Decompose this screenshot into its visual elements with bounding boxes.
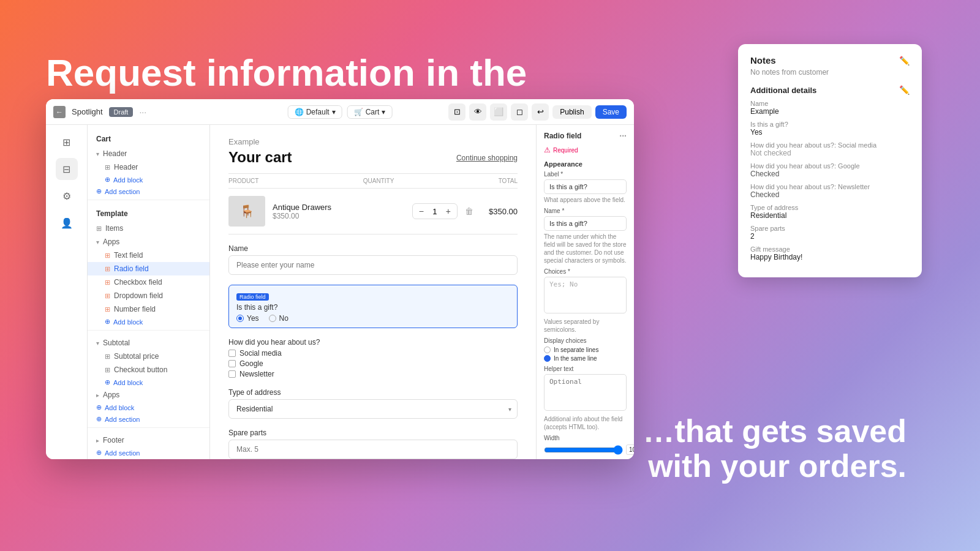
panel-name-hint: The name under which the field will be s… xyxy=(544,233,627,264)
panel-choices-input[interactable] xyxy=(544,277,627,313)
nav-subtotal[interactable]: ▾ Subtotal xyxy=(88,336,209,350)
checkbox-social-box xyxy=(228,350,236,357)
checkbox-group: Social media Google Newsletter xyxy=(228,349,518,378)
spare-input[interactable] xyxy=(228,440,518,459)
nav-add-section2[interactable]: ⊕ Add section xyxy=(88,413,209,425)
additional-edit-icon[interactable]: ✏️ xyxy=(899,85,910,95)
settings-icon[interactable]: ⚙ xyxy=(56,185,78,207)
nav-add-section3[interactable]: ⊕ Add section xyxy=(88,447,209,459)
nav-header-item[interactable]: ⊞ Header xyxy=(88,160,209,174)
product-name: Antique Drawers xyxy=(273,203,405,212)
name-input[interactable] xyxy=(228,255,518,275)
checkbox-google[interactable]: Google xyxy=(228,359,518,368)
continue-shopping-link[interactable]: Continue shopping xyxy=(456,154,518,162)
more-dots[interactable]: ··· xyxy=(139,107,146,117)
nav-subtotal-price[interactable]: ⊞ Subtotal price xyxy=(88,350,209,363)
nav-add-section1[interactable]: ⊕ Add section xyxy=(88,186,209,197)
helper-label: Helper text xyxy=(544,365,627,372)
nav-add-block1[interactable]: ⊕ Add block xyxy=(88,174,209,186)
item-total: $350.00 xyxy=(481,207,518,216)
notes-edit-icon[interactable]: ✏️ xyxy=(899,56,910,66)
detail-name: Name Example xyxy=(750,100,910,116)
nav-add-block3[interactable]: ⊕ Add block xyxy=(88,377,209,388)
chevron-down-icon: ▾ xyxy=(332,108,336,116)
panel-name-input[interactable] xyxy=(544,216,627,231)
detail-gift: Is this a gift? Yes xyxy=(750,121,910,137)
detail-gift-msg: Gift message Happy Birthday! xyxy=(750,246,910,261)
undo-icon[interactable]: ↩ xyxy=(532,103,549,121)
display-same[interactable]: In the same line xyxy=(544,355,627,362)
left-sidebar: ⊞ ⊟ ⚙ 👤 xyxy=(46,125,88,459)
frame-icon[interactable]: ⬜ xyxy=(490,103,507,121)
nav-template: Template xyxy=(88,206,209,222)
qty-decrease[interactable]: − xyxy=(419,206,424,216)
radio-no-circle xyxy=(269,315,276,322)
nav-panel: Cart ▾ Header ⊞ Header ⊕ Add block ⊕ Add… xyxy=(88,125,210,459)
publish-button[interactable]: Publish xyxy=(552,105,591,119)
panel-title: Radio field xyxy=(544,132,581,140)
qty-value: 1 xyxy=(429,207,441,216)
checkbox-google-box xyxy=(228,360,236,367)
checkbox-newsletter-box xyxy=(228,370,236,378)
spare-label: Spare parts xyxy=(228,429,518,437)
nav-add-block2[interactable]: ⊕ Add block xyxy=(88,316,209,328)
chevron-down-icon2: ▾ xyxy=(382,108,385,116)
quantity-col: QUANTITY xyxy=(363,178,394,184)
nav-apps2[interactable]: ▸ Apps xyxy=(88,388,209,402)
address-select[interactable]: Residential xyxy=(228,399,518,419)
panel-title-row: Radio field ··· xyxy=(544,131,627,141)
width-label: Width xyxy=(544,435,627,441)
helper-input[interactable] xyxy=(544,374,627,411)
nav-checkbox-field[interactable]: ⊞ Checkbox field xyxy=(88,276,209,289)
notes-title: Notes xyxy=(750,55,776,66)
detail-address: Type of address Residential xyxy=(750,204,910,220)
nav-add-block4[interactable]: ⊕ Add block xyxy=(88,402,209,413)
hear-label: How did you hear about us? xyxy=(228,338,518,347)
top-bar: ← Spotlight Draft ··· 🌐 Default ▾ 🛒 Cart… xyxy=(46,99,634,125)
checkbox-social[interactable]: Social media xyxy=(228,349,518,358)
cart-btn[interactable]: 🛒 Cart ▾ xyxy=(347,105,393,119)
default-btn[interactable]: 🌐 Default ▾ xyxy=(288,105,342,119)
delete-item[interactable]: 🗑 xyxy=(465,206,473,216)
radio-yes[interactable]: Yes xyxy=(236,314,259,323)
detail-hear-newsletter: How did you hear about us?: Newsletter C… xyxy=(750,183,910,199)
additional-title: Additional details xyxy=(750,86,816,95)
cart-table-header: PRODUCT QUANTITY TOTAL xyxy=(228,173,518,189)
notes-content: No notes from customer xyxy=(750,68,910,77)
additional-header: Additional details ✏️ xyxy=(750,85,910,95)
nav-dropdown-field[interactable]: ⊞ Dropdown field xyxy=(88,289,209,302)
nav-text-field[interactable]: ⊞ Text field xyxy=(88,249,209,262)
quantity-control: − 1 + xyxy=(412,203,458,219)
display-same-circle xyxy=(544,355,551,362)
nav-radio-field[interactable]: ⊞ Radio field xyxy=(88,262,209,276)
checkbox-newsletter[interactable]: Newsletter xyxy=(228,370,518,378)
device-icon[interactable]: ⊡ xyxy=(448,103,466,121)
required-badge: ⚠ Required xyxy=(544,146,627,154)
nav-items[interactable]: ⊞ Items xyxy=(88,222,209,235)
radio-yes-circle xyxy=(236,315,244,322)
sections-icon[interactable]: ⊟ xyxy=(56,158,78,180)
radio-no[interactable]: No xyxy=(269,314,288,323)
layout-icon[interactable]: ⊞ xyxy=(56,131,78,153)
panel-label-input[interactable] xyxy=(544,179,627,194)
save-button[interactable]: Save xyxy=(595,105,627,119)
screen-icon[interactable]: ◻ xyxy=(511,103,528,121)
nav-apps[interactable]: ▾ Apps xyxy=(88,235,209,249)
radio-group: Yes No xyxy=(236,314,510,323)
eye-icon[interactable]: 👁 xyxy=(469,103,486,121)
nav-checkout-btn[interactable]: ⊞ Checkout button xyxy=(88,363,209,377)
nav-footer[interactable]: ▸ Footer xyxy=(88,433,209,447)
users-icon[interactable]: 👤 xyxy=(56,212,78,234)
nav-header-section[interactable]: ▾ Header xyxy=(88,147,209,160)
qty-increase[interactable]: + xyxy=(446,206,451,216)
display-separate[interactable]: In separate lines xyxy=(544,347,627,353)
panel-more-icon[interactable]: ··· xyxy=(619,131,627,141)
width-slider[interactable] xyxy=(544,445,623,455)
back-icon[interactable]: ← xyxy=(53,106,66,118)
nav-footer-item[interactable]: ⊞ Footer xyxy=(88,459,209,459)
address-select-wrapper: Residential ▾ xyxy=(228,399,518,419)
panel-name-label: Name * xyxy=(544,208,627,214)
product-info: Antique Drawers $350.00 xyxy=(273,203,405,220)
nav-number-field[interactable]: ⊞ Number field xyxy=(88,302,209,316)
hear-section: How did you hear about us? Social media … xyxy=(228,338,518,378)
